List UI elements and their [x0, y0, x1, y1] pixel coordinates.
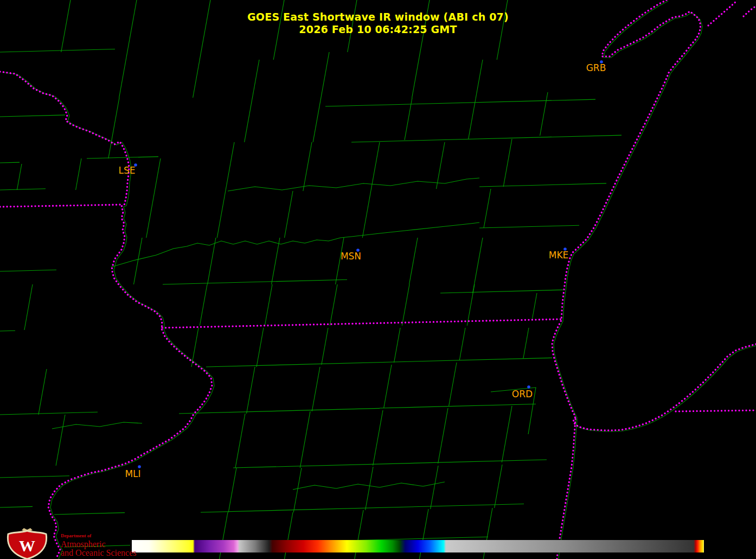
- county-river-line: [351, 223, 479, 237]
- county-line: [76, 158, 81, 190]
- map-canvas: GRBLSEMSNMKEORDMLI: [0, 0, 756, 559]
- county-line: [247, 367, 255, 414]
- county-line: [146, 158, 161, 238]
- county-line: [245, 60, 259, 142]
- logo-name-line2: and Oceanic Sciences: [61, 549, 136, 558]
- state-border-michigan_indiana_border: [676, 410, 756, 411]
- temperature-colorbar: [132, 540, 704, 552]
- shoreline-lake_michigan_green_bay_shore: [554, 1, 756, 431]
- county-line: [200, 284, 207, 326]
- county-line: [163, 280, 347, 284]
- crest-w-letter: W: [19, 537, 35, 555]
- county-line: [265, 284, 272, 326]
- county-line: [0, 115, 65, 117]
- station-label: MKE: [549, 250, 569, 261]
- county-line: [233, 460, 547, 468]
- county-line: [495, 465, 502, 508]
- station-label: ORD: [512, 389, 533, 399]
- county-line: [380, 404, 536, 409]
- county-line: [330, 284, 337, 326]
- county-line: [503, 139, 512, 187]
- county-line: [0, 270, 56, 271]
- county-line: [409, 238, 418, 284]
- county-line: [469, 60, 483, 139]
- county-line: [402, 284, 409, 326]
- county-line: [0, 189, 46, 190]
- title-line2: 2026 Feb 10 06:42:25 GMT: [0, 23, 756, 36]
- county-river-line: [228, 178, 479, 191]
- station-label: LSE: [118, 165, 135, 176]
- county-line: [303, 142, 312, 191]
- county-line: [0, 49, 115, 53]
- stations-layer: GRBLSEMSNMKEORDMLI: [118, 60, 606, 479]
- image-title: GOES East Shortwave IR window (ABI ch 07…: [0, 11, 756, 36]
- county-line: [532, 293, 537, 320]
- uw-aos-logo: W Department of Atmospheric and Oceanic …: [2, 528, 136, 559]
- county-line: [0, 412, 98, 415]
- county-line: [467, 284, 475, 326]
- county-line: [0, 476, 69, 478]
- station-label: GRB: [586, 62, 606, 73]
- county-line: [502, 406, 512, 462]
- title-line1: GOES East Shortwave IR window (ABI ch 07…: [0, 11, 756, 23]
- state-borders-layer: [0, 0, 756, 559]
- county-line: [272, 238, 280, 284]
- county-line: [540, 92, 548, 136]
- county-line: [179, 408, 380, 414]
- station-MSN: MSN: [341, 249, 361, 262]
- county-line: [0, 162, 20, 163]
- county-line: [134, 238, 143, 284]
- county-line: [479, 183, 606, 187]
- station-label: MSN: [341, 251, 361, 262]
- county-line: [351, 135, 622, 142]
- county-line: [257, 328, 264, 367]
- county-line: [438, 408, 448, 463]
- county-line: [285, 191, 293, 238]
- county-line: [523, 328, 529, 358]
- county-line: [366, 467, 373, 510]
- county-line: [394, 328, 401, 363]
- county-river-line: [52, 422, 142, 429]
- county-line: [322, 328, 328, 365]
- county-line: [437, 142, 445, 189]
- county-line: [56, 415, 65, 466]
- state-border-wisconsin_illinois_border: [162, 319, 562, 328]
- state-border-illinois_indiana_border: [557, 419, 575, 559]
- shoreline-mississippi_river: [2, 72, 214, 559]
- county-river-line: [111, 237, 351, 267]
- county-line: [54, 513, 125, 514]
- county-line: [39, 369, 47, 415]
- station-ORD: ORD: [512, 385, 533, 399]
- county-line: [384, 365, 392, 408]
- county-line: [17, 164, 22, 190]
- county-line: [479, 225, 579, 228]
- station-LSE: LSE: [118, 163, 137, 176]
- county-line: [300, 411, 310, 468]
- station-marker: [138, 465, 141, 468]
- county-line: [0, 331, 15, 331]
- county-line: [484, 189, 491, 228]
- county-line: [440, 290, 563, 293]
- county-line: [293, 468, 302, 512]
- state-border-iowa_minnesota_border: [0, 205, 120, 207]
- station-label: MLI: [125, 468, 140, 479]
- county-river-line: [293, 482, 445, 490]
- logo-name-line1: Atmospheric: [61, 540, 136, 549]
- county-line: [201, 504, 524, 513]
- state-border-lake_michigan_green_bay_shore: [552, 0, 756, 430]
- county-line: [431, 466, 438, 509]
- county-line: [312, 367, 320, 411]
- county-line: [217, 142, 234, 238]
- logo-wordmark: Department of Atmospheric and Oceanic Sc…: [61, 533, 136, 559]
- logo-dept-label: Department of: [61, 533, 136, 538]
- county-line: [313, 52, 329, 142]
- county-line: [24, 284, 33, 330]
- county-line: [108, 98, 119, 158]
- station-GRB: GRB: [586, 60, 606, 73]
- county-line: [325, 99, 595, 106]
- county-boundaries-layer: [0, 0, 622, 559]
- station-marker: [527, 385, 530, 389]
- county-line: [87, 157, 158, 158]
- station-MLI: MLI: [125, 465, 140, 479]
- station-MKE: MKE: [549, 247, 569, 261]
